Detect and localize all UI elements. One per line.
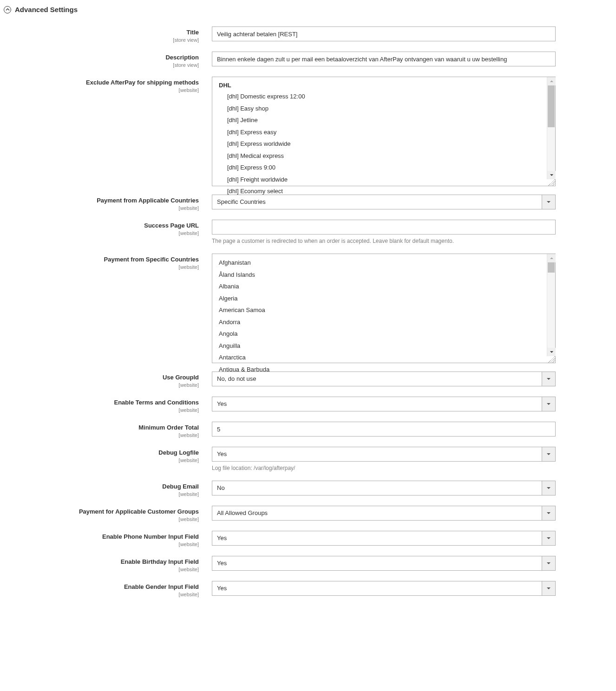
list-item[interactable]: Antarctica [212, 352, 555, 364]
list-item[interactable]: American Samoa [212, 304, 555, 316]
list-item[interactable]: [dhl] Medical express [212, 150, 555, 162]
title-input[interactable] [212, 26, 556, 41]
enable-gender-label: Enable Gender Input Field [4, 583, 199, 591]
section-title: Advanced Settings [15, 6, 78, 13]
scope-label: [website] [4, 567, 199, 573]
enable-terms-select[interactable]: Yes [212, 397, 556, 411]
list-group: DHL [212, 80, 555, 91]
use-groupid-select[interactable]: No, do not use [212, 372, 556, 386]
specific-countries-label: Payment from Specific Countries [4, 256, 199, 264]
list-item[interactable]: [dhl] Jetline [212, 114, 555, 126]
applicable-countries-select[interactable]: Specific Countries [212, 195, 556, 209]
list-item[interactable]: [dhl] Express 9:00 [212, 162, 555, 174]
success-url-label: Success Page URL [4, 222, 199, 230]
list-item[interactable]: Andorra [212, 316, 555, 328]
enable-phone-select[interactable]: Yes [212, 531, 556, 546]
scroll-down-icon[interactable] [547, 171, 556, 179]
specific-countries-multiselect[interactable]: Afghanistan Åland Islands Albania Algeri… [212, 254, 556, 363]
customer-groups-select[interactable]: All Allowed Groups [212, 506, 556, 521]
exclude-shipping-label: Exclude AfterPay for shipping methods [4, 79, 199, 87]
scrollbar-thumb[interactable] [548, 85, 555, 127]
description-label: Description [4, 54, 199, 62]
min-order-total-label: Minimum Order Total [4, 424, 199, 432]
success-url-hint: The page a customer is redirected to whe… [212, 237, 556, 245]
scope-label: [website] [4, 432, 199, 438]
applicable-countries-label: Payment from Applicable Countries [4, 197, 199, 205]
scope-label: [website] [4, 457, 199, 463]
scroll-up-icon[interactable] [547, 77, 556, 85]
debug-logfile-select[interactable]: Yes [212, 447, 556, 462]
debug-email-select[interactable]: No [212, 481, 556, 495]
enable-terms-label: Enable Terms and Conditions [4, 399, 199, 407]
scope-label: [website] [4, 264, 199, 270]
scope-label: [website] [4, 516, 199, 522]
debug-logfile-label: Debug Logfile [4, 449, 199, 457]
enable-birthday-label: Enable Birthday Input Field [4, 558, 199, 566]
list-item[interactable]: Anguilla [212, 340, 555, 352]
scope-label: [website] [4, 491, 199, 497]
scroll-down-icon[interactable] [547, 348, 556, 356]
use-groupid-label: Use GroupId [4, 374, 199, 382]
scope-label: [website] [4, 205, 199, 211]
scope-label: [website] [4, 230, 199, 236]
debug-logfile-hint: Log file location: /var/log/afterpay/ [212, 464, 556, 472]
title-label: Title [4, 29, 199, 37]
scrollbar[interactable] [547, 254, 555, 356]
advanced-settings-form: Title [store view] Description [store vi… [4, 26, 602, 598]
scroll-up-icon[interactable] [547, 254, 556, 262]
chevron-up-icon [4, 6, 11, 13]
scrollbar[interactable] [547, 77, 555, 179]
list-item[interactable]: Åland Islands [212, 269, 555, 281]
resize-handle[interactable] [548, 179, 555, 186]
list-item[interactable]: Algeria [212, 293, 555, 305]
section-toggle[interactable]: Advanced Settings [4, 6, 602, 13]
enable-phone-label: Enable Phone Number Input Field [4, 533, 199, 541]
list-item[interactable]: [dhl] Express worldwide [212, 138, 555, 150]
scope-label: [website] [4, 541, 199, 548]
list-item[interactable]: Angola [212, 328, 555, 340]
list-item[interactable]: [dhl] Domestic express 12:00 [212, 91, 555, 103]
customer-groups-label: Payment for Applicable Customer Groups [4, 508, 199, 516]
scope-label: [store view] [4, 37, 199, 43]
list-item[interactable]: Albania [212, 280, 555, 293]
enable-birthday-select[interactable]: Yes [212, 556, 556, 571]
scope-label: [website] [4, 382, 199, 388]
list-item[interactable]: Afghanistan [212, 257, 555, 269]
list-item[interactable]: [dhl] Easy shop [212, 103, 555, 115]
enable-gender-select[interactable]: Yes [212, 581, 556, 596]
resize-handle[interactable] [548, 356, 555, 363]
min-order-total-input[interactable] [212, 422, 556, 437]
description-input[interactable] [212, 52, 556, 66]
debug-email-label: Debug Email [4, 483, 199, 491]
scope-label: [website] [4, 87, 199, 93]
scrollbar-thumb[interactable] [548, 262, 555, 273]
scope-label: [store view] [4, 62, 199, 68]
scope-label: [website] [4, 592, 199, 598]
success-url-input[interactable] [212, 220, 556, 235]
scope-label: [website] [4, 407, 199, 413]
exclude-shipping-multiselect[interactable]: DHL [dhl] Domestic express 12:00 [dhl] E… [212, 77, 556, 186]
list-item[interactable]: [dhl] Express easy [212, 126, 555, 138]
list-item[interactable]: [dhl] Freight worldwide [212, 174, 555, 186]
